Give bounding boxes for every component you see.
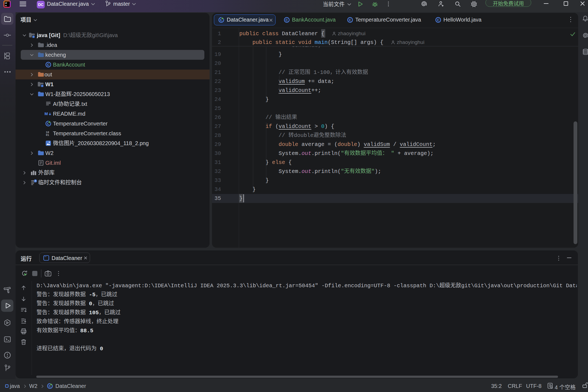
svg-text:C: C [285,18,288,22]
svg-text:M: M [44,111,48,116]
svg-text:C: C [47,63,50,67]
svg-text:01: 01 [46,134,49,136]
svg-text:C: C [349,18,351,22]
svg-text:C: C [437,18,440,22]
